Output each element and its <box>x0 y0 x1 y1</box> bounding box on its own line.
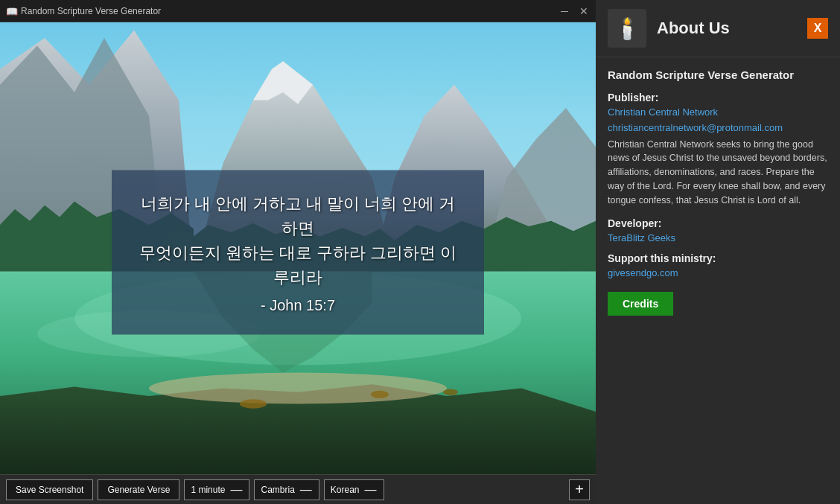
support-label: Support this ministry: <box>608 252 828 264</box>
language-minus-icon[interactable]: — <box>364 483 378 497</box>
interval-minus-icon[interactable]: — <box>229 483 243 497</box>
publisher-name-link[interactable]: Christian Central Network <box>608 106 828 118</box>
panel-logo: 🕯️ <box>608 9 646 48</box>
scripture-text-line1: 너희가 내 안에 거하고 내 말이 너희 안에 거하면 <box>139 191 457 240</box>
scripture-reference: - John 15:7 <box>139 296 457 313</box>
panel-body: Random Scripture Verse Generator Publish… <box>596 57 840 504</box>
language-value: Korean <box>331 485 360 495</box>
developer-section: Developer: TeraBlitz Geeks <box>608 217 828 243</box>
title-bar-controls: ─ ✕ <box>559 5 590 17</box>
toolbar: Save Screenshot Generate Verse 1 minute … <box>0 474 596 504</box>
app-icon: 📖 <box>6 6 16 16</box>
right-panel: 🕯️ About Us X Random Scripture Verse Gen… <box>596 0 840 504</box>
logo-emoji: 🕯️ <box>614 16 640 41</box>
svg-point-17 <box>240 399 267 409</box>
panel-close-button[interactable]: X <box>807 18 828 39</box>
svg-point-16 <box>149 373 447 404</box>
app-title: Random Scripture Verse Generator <box>608 68 828 83</box>
svg-point-19 <box>443 389 458 395</box>
scripture-overlay: 너희가 내 안에 거하고 내 말이 너희 안에 거하면 무엇이든지 원하는 대로… <box>112 170 484 334</box>
minimize-button[interactable]: ─ <box>559 5 570 17</box>
svg-point-18 <box>371 391 389 398</box>
developer-label: Developer: <box>608 217 828 229</box>
close-button[interactable]: ✕ <box>578 5 590 17</box>
panel-header: 🕯️ About Us X <box>596 0 840 57</box>
window-title: Random Scripture Verse Generator <box>21 6 161 16</box>
scripture-text-line2: 무엇이든지 원하는 대로 구하라 그리하면 이루리라 <box>139 240 457 289</box>
add-button[interactable]: + <box>569 479 590 500</box>
publisher-label: Publisher: <box>608 92 828 103</box>
font-dropdown[interactable]: Cambria — <box>254 479 319 500</box>
title-bar: 📖 Random Scripture Verse Generator ─ ✕ <box>0 0 596 22</box>
generate-verse-button[interactable]: Generate Verse <box>98 479 179 500</box>
interval-value: 1 minute <box>191 485 225 495</box>
panel-title: About Us <box>657 19 730 38</box>
support-section: Support this ministry: givesendgo.com <box>608 252 828 278</box>
interval-dropdown[interactable]: 1 minute — <box>184 479 249 500</box>
developer-name-link[interactable]: TeraBlitz Geeks <box>608 232 828 243</box>
title-bar-left: 📖 Random Scripture Verse Generator <box>6 6 161 16</box>
publisher-section: Publisher: Christian Central Network chr… <box>608 92 828 208</box>
save-screenshot-button[interactable]: Save Screenshot <box>6 479 93 500</box>
credits-button[interactable]: Credits <box>608 292 673 316</box>
main-area: 너희가 내 안에 거하고 내 말이 너희 안에 거하면 무엇이든지 원하는 대로… <box>0 22 596 482</box>
font-minus-icon[interactable]: — <box>299 483 313 497</box>
font-value: Cambria <box>261 485 294 495</box>
support-link[interactable]: givesendgo.com <box>608 267 828 278</box>
publisher-email-link[interactable]: christiancentralnetwork@protonmail.com <box>608 122 828 133</box>
publisher-description: Christian Central Network seeks to bring… <box>608 138 828 208</box>
language-dropdown[interactable]: Korean — <box>324 479 384 500</box>
